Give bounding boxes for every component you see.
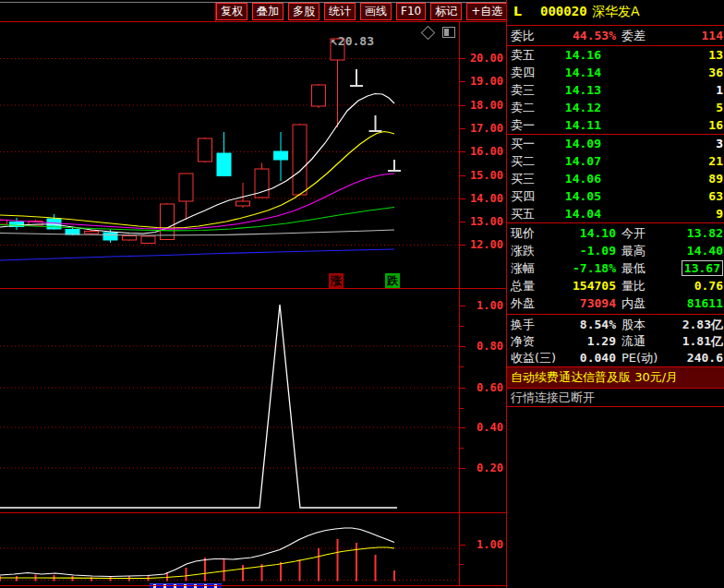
axis-tick (460, 388, 465, 389)
quote-panel: L 000020 深华发A 委比 44.53% 委差 114 卖五14.1613… (507, 0, 724, 588)
subscription-banner[interactable]: 自动续费通达信普及版 30元/月 (507, 367, 724, 388)
detail-row-总量: 总量154705量比0.76 (507, 277, 724, 294)
weibi-row: 委比 44.53% 委差 114 (507, 27, 724, 44)
axis-tick (460, 151, 465, 152)
toolbar-button-3[interactable]: 多股 (288, 3, 320, 20)
toolbar-button-2[interactable]: 叠加 (252, 3, 284, 20)
bid-row-5[interactable]: 买五14.049 (507, 205, 724, 222)
market-flag: L (513, 4, 522, 18)
ma-blue (0, 249, 394, 260)
candle-body (312, 85, 326, 106)
ask-row-1[interactable]: 卖一14.1116 (507, 116, 724, 134)
connection-status: 行情连接已断开 (507, 389, 724, 406)
candle-body (0, 221, 7, 225)
fund-row-换手: 换手8.54%股本2.83亿 (507, 316, 724, 333)
panel-divider (507, 45, 724, 46)
axis-tick (460, 427, 465, 428)
bid-row-4[interactable]: 买四14.0563 (507, 187, 724, 205)
axis-minor-tick (460, 366, 464, 367)
indicator-line (0, 305, 397, 508)
bottom-border (0, 585, 506, 586)
axis-label-1.00: 1.00 (465, 299, 503, 312)
axis-label-0.80: 0.80 (465, 340, 503, 353)
axis-tick (460, 128, 465, 129)
fall-badge: 跌 (385, 273, 400, 288)
ask-row-5[interactable]: 卖五14.1613 (507, 46, 724, 64)
axis-minor-tick (460, 408, 464, 409)
axis-label-15.00: 15.00 (465, 169, 503, 182)
axis-label-20.00: 20.00 (465, 52, 503, 65)
peak-price-value: 20.83 (338, 34, 374, 48)
peak-price-label: ↖20.83 (331, 34, 374, 48)
axis-tick (460, 198, 465, 199)
axis-label-14.00: 14.00 (465, 192, 503, 205)
panel-divider (507, 25, 724, 26)
stock-title: L 000020 深华发A (507, 4, 724, 24)
candle-body (179, 174, 193, 201)
panel-divider (507, 388, 724, 389)
axis-label-12.00: 12.00 (465, 238, 503, 251)
axis-label-0.20: 0.20 (465, 462, 503, 474)
bid-row-1[interactable]: 买一14.093 (507, 135, 724, 152)
axis-tick (460, 222, 465, 222)
candle-body (274, 151, 288, 160)
detail-row-现价: 现价14.10今开13.82 (507, 224, 724, 242)
axis-tick (460, 306, 465, 306)
panel-divider (507, 366, 724, 367)
axis-tick (460, 105, 465, 106)
ask-row-3[interactable]: 卖三14.131 (507, 81, 724, 99)
toolbar-button-4[interactable]: 统计 (324, 3, 356, 20)
axis-minor-tick (460, 326, 464, 327)
toolbar-button-1[interactable]: 复权 (216, 3, 247, 20)
candle-body (236, 201, 250, 206)
axis-label-0.40: 0.40 (465, 421, 503, 434)
weibi-label: 委比 (511, 27, 535, 44)
ma-white (0, 94, 394, 234)
weicha-label: 委差 (621, 27, 646, 44)
stock-chart-canvas[interactable] (0, 21, 459, 585)
panel-divider (507, 314, 724, 315)
axis-label-18.00: 18.00 (465, 99, 503, 112)
axis-tick (460, 175, 465, 176)
candle-body (199, 138, 212, 162)
axis-minor-tick (460, 448, 464, 449)
stock-name: 深华发A (592, 4, 640, 20)
axis-tick (460, 545, 465, 546)
detail-row-外盘: 外盘73094内盘81611 (507, 294, 724, 312)
panel-divider (507, 406, 724, 407)
axis-label-13.00: 13.00 (465, 215, 503, 228)
ask-row-4[interactable]: 卖四14.1436 (507, 64, 724, 81)
axis-tick (460, 58, 465, 59)
candle-body (161, 204, 175, 240)
fund-row-净资: 净资1.29流通1.81亿 (507, 332, 724, 350)
ask-row-2[interactable]: 卖二14.125 (507, 99, 724, 116)
app-window: 复权叠加多股统计画线F10标记+自选返回 ↖20.83 涨 跌 20.0019.… (0, 0, 724, 588)
fund-row-收益(三): 收益(三)0.040PE(动)240.6 (507, 349, 724, 366)
main-pane-separator (0, 288, 506, 289)
axis-tick (460, 81, 465, 82)
axis-minor-tick (460, 564, 464, 565)
toolbar-button-6[interactable]: F10 (396, 3, 426, 20)
candle-body (217, 153, 231, 176)
toolbar-button-7[interactable]: 标记 (430, 3, 462, 20)
toolbar: 复权叠加多股统计画线F10标记+自选返回 (216, 3, 543, 21)
volume-ma-white (0, 528, 394, 577)
axis-tick (460, 468, 465, 469)
weibi-value: 44.53% (533, 27, 616, 44)
axis-label-0.60: 0.60 (465, 381, 503, 394)
detail-row-涨跌: 涨跌-1.09最高14.40 (507, 242, 724, 259)
bid-row-2[interactable]: 买二14.0721 (507, 152, 724, 170)
stock-code: 000020 (540, 4, 587, 18)
window-panel-icon[interactable] (442, 27, 455, 38)
axis-tick (460, 346, 465, 347)
toolbar-button-5[interactable]: 画线 (360, 3, 392, 20)
candle-body (293, 125, 307, 195)
candle-body (66, 230, 79, 235)
bid-row-3[interactable]: 买三14.0689 (507, 170, 724, 187)
candle-body (85, 232, 99, 234)
toolbar-button-8[interactable]: +自选 (466, 3, 507, 20)
axis-label-1.00: 1.00 (465, 538, 503, 551)
panel-divider (507, 222, 724, 223)
axis-label-17.00: 17.00 (465, 122, 503, 135)
candle-body (103, 233, 117, 240)
